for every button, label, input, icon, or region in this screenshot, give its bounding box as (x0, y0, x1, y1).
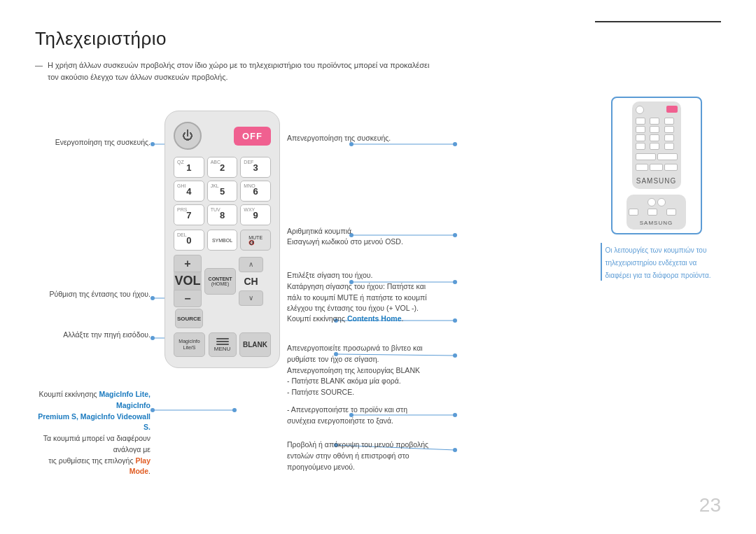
annotation-menu-display: Προβολή ή απόκρυψη του μενού προβολής εν… (287, 440, 428, 472)
thumb-remote-side: SAMSUNG (626, 195, 686, 230)
bottom-buttons: MagicInfo Lite/S MENU BLANK (174, 332, 271, 357)
content-home-button[interactable]: CONTENT (HOME) (204, 268, 236, 295)
vol-plus-button[interactable]: + (174, 255, 202, 272)
page-number: 23 (699, 494, 721, 517)
ch-down-button[interactable]: ∨ (239, 290, 263, 306)
sidebar-note: Οι λειτουργίες των κουμπιών του τηλεχειρ… (601, 243, 713, 281)
remote-control: ⏻ OFF QZ1 ABC2 DEF3 GHI4 JKL5 MNO6 PRS7 … (164, 111, 280, 368)
mute-button[interactable]: MUTE🔇 (240, 230, 271, 251)
num-btn-7[interactable]: PRS7 (174, 204, 204, 225)
content-wrapper: Ενεργοποίηση της συσκευής. Ρύθμιση της έ… (35, 97, 721, 510)
num-btn-2[interactable]: ABC2 (207, 157, 238, 178)
num-btn-9[interactable]: WXY9 (240, 204, 271, 225)
annotation-mute: Επιλέξτε σίγαση του ήχου. Κατάργηση σίγα… (287, 270, 427, 314)
right-annotations: Απενεργοποίηση της συσκευής. Αριθμητικά … (287, 97, 592, 510)
annotation-magicinfo: Κουμπί εκκίνησης MagicInfo Lite, MagicIn… (35, 389, 150, 477)
annotation-power-off: Απενεργοποίηση της συσκευής. (287, 133, 391, 143)
page-container: Τηλεχειριστήριο Η χρήση άλλων συσκευών π… (0, 0, 756, 534)
num-btn-8[interactable]: TUV8 (207, 204, 238, 225)
symbol-button[interactable]: SYMBOL (207, 230, 238, 251)
blank-button[interactable]: BLANK (239, 332, 271, 357)
source-button[interactable]: SOURCE (175, 309, 203, 328)
ch-label: CH (244, 275, 258, 288)
page-title: Τηλεχειριστήριο (35, 28, 721, 50)
num-btn-0[interactable]: DEL0 (174, 230, 204, 251)
remote-top-row: ⏻ OFF (174, 122, 271, 150)
remote-thumbnail: SAMSUNG SAMSUNG (611, 97, 702, 234)
page-note: Η χρήση άλλων συσκευών προβολής στον ίδι… (35, 59, 441, 83)
ch-up-button[interactable]: ∧ (239, 257, 263, 272)
samsung-logo-2: SAMSUNG (629, 220, 684, 226)
source-row: SOURCE (174, 309, 271, 328)
annotation-contents-home: Κουμπί εκκίνησης Contents Home. (287, 314, 403, 324)
power-on-button[interactable]: ⏻ (174, 122, 202, 150)
num-btn-6[interactable]: MNO6 (240, 181, 271, 202)
volume-buttons: + VOL − (174, 255, 202, 307)
samsung-logo: SAMSUNG (636, 177, 677, 185)
decoration-line (595, 21, 721, 22)
thumb-remote-image: SAMSUNG (632, 101, 681, 189)
menu-button[interactable]: MENU (209, 332, 237, 357)
right-sidebar: SAMSUNG SAMSUNG (592, 97, 721, 510)
annotation-power-toggle: - Απενεργοποιήστε το προϊόν και στη συνέ… (287, 405, 407, 427)
vol-minus-button[interactable]: − (174, 290, 202, 307)
magicinfo-button[interactable]: MagicInfo Lite/S (174, 332, 205, 357)
middle-controls: + VOL − CONTENT (HOME) ∧ CH ∨ (174, 255, 271, 307)
remote-area: ⏻ OFF QZ1 ABC2 DEF3 GHI4 JKL5 MNO6 PRS7 … (158, 97, 287, 510)
annotation-power-on: Ενεργοποίηση της συσκευής. (55, 137, 150, 148)
annotation-source: Αλλάξτε την πηγή εισόδου. (63, 330, 150, 340)
special-row: DEL0 SYMBOL MUTE🔇 (174, 230, 271, 251)
vol-label: VOL (174, 272, 202, 290)
numpad: QZ1 ABC2 DEF3 GHI4 JKL5 MNO6 PRS7 TUV8 W… (174, 157, 271, 225)
left-annotations: Ενεργοποίηση της συσκευής. Ρύθμιση της έ… (35, 97, 158, 510)
menu-icon (216, 338, 229, 345)
num-btn-1[interactable]: QZ1 (174, 157, 204, 178)
source-ch-column: ∧ CH ∨ (239, 257, 263, 306)
num-btn-5[interactable]: JKL5 (207, 181, 238, 202)
num-btn-3[interactable]: DEF3 (240, 157, 271, 178)
num-btn-4[interactable]: GHI4 (174, 181, 204, 202)
annotation-vol: Ρύθμιση της έντασης του ήχου. (49, 289, 150, 300)
annotation-numeric: Αριθμητικά κουμπιάΕισαγωγή κωδικού στο μ… (287, 226, 403, 247)
annotation-blank: Απενεργοποιείτε προσωρινά το βίντεο και … (287, 343, 423, 398)
power-off-button[interactable]: OFF (234, 127, 271, 146)
